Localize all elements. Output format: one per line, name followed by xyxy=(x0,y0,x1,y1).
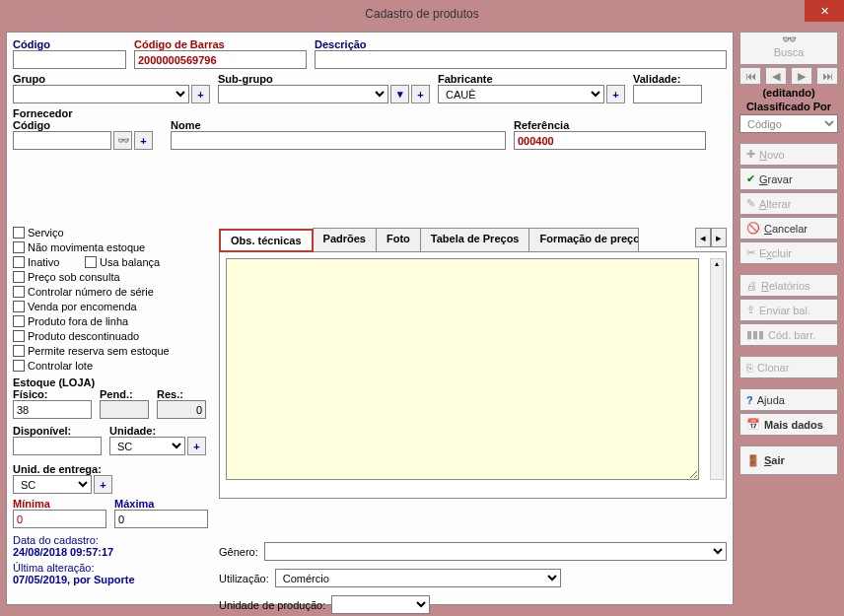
alterar-button[interactable]: ✎Alterar xyxy=(739,192,838,215)
fabricante-add-button[interactable]: + xyxy=(606,85,625,103)
nav-first[interactable]: ⏮ xyxy=(739,67,761,85)
chk-inativo[interactable]: Inativo xyxy=(13,254,82,269)
nav-prev[interactable]: ◀ xyxy=(765,67,787,85)
forn-add-button[interactable]: + xyxy=(134,131,153,150)
plus-icon: + xyxy=(417,89,423,101)
genero-select[interactable] xyxy=(264,542,727,561)
chk-descontinuado[interactable]: Produto descontinuado xyxy=(13,328,208,343)
utilizacao-select[interactable]: Comércio xyxy=(275,569,561,587)
subgrupo-add-button[interactable]: + xyxy=(411,85,430,103)
chk-fora-linha[interactable]: Produto fora de linha xyxy=(13,313,208,328)
tab-scroll-left[interactable]: ◂ xyxy=(695,228,711,247)
forn-nome-input[interactable] xyxy=(171,131,506,150)
next-icon: ▶ xyxy=(798,70,806,83)
unidade-label: Unidade: xyxy=(109,425,206,437)
ajuda-button[interactable]: ?Ajuda xyxy=(739,388,838,411)
tab-scroll-right[interactable]: ▸ xyxy=(711,228,727,247)
fisico-input[interactable] xyxy=(13,400,92,419)
nav-next[interactable]: ▶ xyxy=(791,67,812,85)
utilizacao-label: Utilização: xyxy=(219,573,269,584)
subgrupo-select[interactable] xyxy=(218,85,388,103)
fabricante-select[interactable]: CAUÊ xyxy=(438,85,604,103)
chk-controlar-serie[interactable]: Controlar número de série xyxy=(13,284,208,299)
maxima-input[interactable] xyxy=(114,510,208,528)
clonar-button[interactable]: ⎘Clonar xyxy=(739,356,838,378)
minima-input[interactable] xyxy=(13,510,106,528)
subgrupo-dropdown-button[interactable]: ▾ xyxy=(390,85,409,103)
disponivel-input xyxy=(13,437,102,455)
forn-nome-label: Nome xyxy=(171,119,506,131)
excluir-button[interactable]: ✂Excluir xyxy=(739,241,838,264)
chk-usa-balanca[interactable]: Usa balança xyxy=(85,254,160,269)
chk-controlar-lote[interactable]: Controlar lote xyxy=(13,358,208,373)
fabricante-label: Fabricante xyxy=(438,73,625,85)
pencil-icon: ✎ xyxy=(746,197,755,210)
titlebar: Cadastro de produtos ✕ xyxy=(0,0,844,28)
unid-entrega-select[interactable]: SC xyxy=(13,475,92,494)
unid-prod-select[interactable] xyxy=(331,595,430,614)
validade-input[interactable] xyxy=(633,85,702,103)
estoque-title: Estoque (LOJA) xyxy=(13,376,208,388)
printer-icon: 🖨 xyxy=(746,280,757,292)
unidade-select[interactable]: SC xyxy=(109,437,185,455)
unid-entrega-label: Unid. de entrega: xyxy=(13,463,208,475)
forn-search-button[interactable]: 👓 xyxy=(113,131,132,150)
tabs-bar: Obs. técnicas Padrões Foto Tabela de Pre… xyxy=(219,228,727,252)
mais-dados-button[interactable]: 📅Mais dados xyxy=(739,413,838,436)
tab-tabela-precos[interactable]: Tabela de Preços xyxy=(420,228,530,251)
cod-barr-button[interactable]: ▮▮▮Cód. barr. xyxy=(739,323,838,346)
chk-permite-reserva[interactable]: Permite reserva sem estoque xyxy=(13,343,208,358)
cancel-icon: 🚫 xyxy=(746,222,760,235)
minima-label: Mínima xyxy=(13,498,106,510)
calendar-icon: 📅 xyxy=(746,418,760,431)
obs-textarea[interactable] xyxy=(226,258,699,480)
codigo-label: Código xyxy=(13,38,126,50)
check-icon: ✔ xyxy=(746,172,755,185)
sidebar: 👓 Busca ⏮ ◀ ▶ ⏭ (editando) Classificado … xyxy=(739,32,838,605)
tab-foto[interactable]: Foto xyxy=(376,228,421,251)
chevron-up-icon: ▴ xyxy=(711,259,723,268)
descricao-input[interactable] xyxy=(315,50,727,69)
close-icon: ✕ xyxy=(820,5,829,18)
barras-input[interactable] xyxy=(134,50,307,69)
main-panel: Código Código de Barras Descrição Grupo xyxy=(6,32,734,605)
editando-label: (editando) xyxy=(739,87,838,99)
grupo-select[interactable] xyxy=(13,85,189,103)
tab-obs-tecnicas[interactable]: Obs. técnicas xyxy=(219,229,314,252)
plus-icon: + xyxy=(140,135,146,147)
ultima-alt-value: 07/05/2019, por Suporte xyxy=(13,574,135,585)
res-input xyxy=(157,400,206,419)
grupo-label: Grupo xyxy=(13,73,210,85)
barras-label: Código de Barras xyxy=(134,38,307,50)
help-icon: ? xyxy=(746,394,753,406)
close-button[interactable]: ✕ xyxy=(805,0,844,22)
cancelar-button[interactable]: 🚫Cancelar xyxy=(739,217,838,240)
scrollbar[interactable]: ▴ xyxy=(710,258,724,480)
codigo-input[interactable] xyxy=(13,50,126,69)
nav-last[interactable]: ⏭ xyxy=(816,67,838,85)
exit-icon: 🚪 xyxy=(746,454,760,467)
clone-icon: ⎘ xyxy=(746,362,753,374)
unidade-add-button[interactable]: + xyxy=(187,437,206,455)
disponivel-label: Disponível: xyxy=(13,425,102,437)
unid-entrega-add-button[interactable]: + xyxy=(94,475,112,494)
classificado-select[interactable]: Código xyxy=(739,114,838,133)
enviar-bal-button[interactable]: ⇪Enviar bal. xyxy=(739,299,838,321)
grupo-add-button[interactable]: + xyxy=(191,85,210,103)
tab-padroes[interactable]: Padrões xyxy=(313,228,377,251)
gravar-button[interactable]: ✔Gravar xyxy=(739,168,838,190)
tab-formacao-preco[interactable]: Formação de preço xyxy=(528,228,639,251)
forn-codigo-input[interactable] xyxy=(13,131,111,150)
relatorios-button[interactable]: 🖨Relatórios xyxy=(739,274,838,297)
binoculars-icon: 👓 xyxy=(782,33,797,46)
referencia-input[interactable] xyxy=(514,131,706,150)
chk-servico[interactable]: Serviço xyxy=(13,225,208,240)
chk-nao-movimenta[interactable]: Não movimenta estoque xyxy=(13,240,208,254)
chk-venda-encomenda[interactable]: Venda por encomenda xyxy=(13,299,208,313)
novo-button[interactable]: ✚NNovoovo xyxy=(739,143,838,166)
genero-label: Gênero: xyxy=(219,546,258,558)
sair-button[interactable]: 🚪Sair xyxy=(739,445,838,475)
chk-preco-consulta[interactable]: Preço sob consulta xyxy=(13,269,208,284)
plus-icon: ✚ xyxy=(746,148,755,161)
busca-button[interactable]: 👓 Busca xyxy=(739,32,838,65)
